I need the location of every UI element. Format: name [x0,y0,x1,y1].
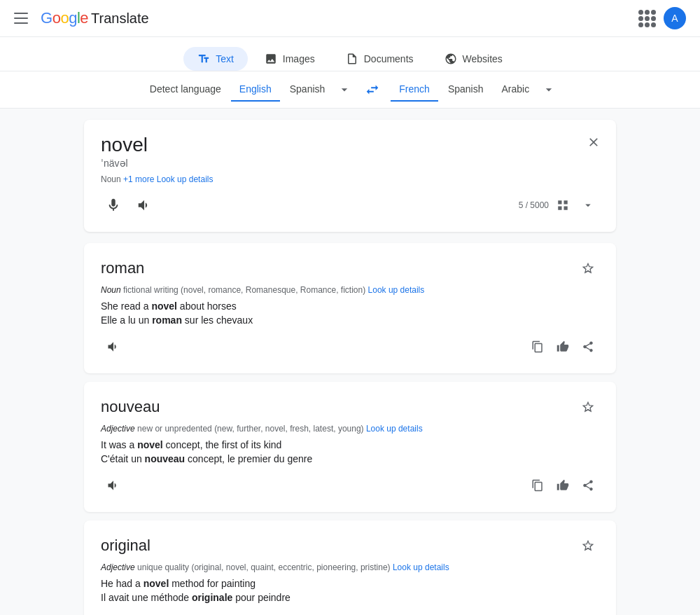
websites-icon [444,53,457,65]
trans-actions-roman [101,334,599,359]
expand-button[interactable] [577,194,599,216]
tab-images[interactable]: Images [251,47,329,71]
share-nouveau-btn[interactable] [577,474,599,497]
tab-text-label: Text [216,53,234,64]
volume-nouveau-icon [106,478,120,492]
tab-websites-label: Websites [463,53,503,64]
tab-documents[interactable]: Documents [332,47,428,71]
save-original-btn[interactable] [577,534,599,557]
source-spanish-btn[interactable]: Spanish [281,78,334,102]
target-more-btn[interactable] [539,80,559,99]
grid-layout-icon [556,199,569,212]
trans-actions-original [101,611,599,615]
volume-button[interactable] [132,193,157,218]
input-meta: Noun +1 more Look up details [101,174,599,184]
trans-meta-nouveau: Adjective new or unpredented (new, furth… [101,424,599,434]
audio-buttons [101,193,157,218]
copy-nouveau-btn[interactable] [526,474,549,497]
logo: Google Translate [41,9,149,27]
star-icon [581,539,595,553]
trans-meta-original: Adjective unique quality (original, nove… [101,562,599,572]
copy-roman-btn[interactable] [526,336,549,358]
save-nouveau-btn[interactable] [577,396,599,418]
look-up-roman[interactable]: Look up details [368,285,425,295]
tab-text[interactable]: Text [183,47,248,71]
header-left: Google Translate [14,9,149,27]
star-icon [581,400,595,414]
close-icon [587,135,601,149]
translation-card-nouveau: nouveau Adjective new or unpredented (ne… [84,382,616,512]
layout-button[interactable] [552,194,574,216]
example-target-roman: Elle a lu un roman sur les chevaux [101,315,599,326]
source-language-group: Detect language English Spanish [141,78,354,102]
avatar[interactable]: A [664,7,686,29]
input-pos: Noun [101,174,121,184]
volume-icon [136,198,152,213]
look-up-original[interactable]: Look up details [393,562,449,572]
mode-tabs: Text Images Documents Websites [0,37,700,71]
example-source-roman: She read a novel about horses [101,300,599,312]
chevron-down-icon [337,83,351,97]
trans-word-original: original [101,537,150,555]
trans-right-actions-nouveau [526,474,599,497]
thumbs-up-icon [556,340,569,353]
mic-button[interactable] [101,193,126,218]
images-icon [265,53,277,65]
source-english-btn[interactable]: English [231,78,280,102]
tab-documents-label: Documents [364,53,414,64]
header-right: A [638,7,686,29]
input-phonetic: ˈnävəl [101,158,599,169]
target-french-btn[interactable]: French [391,78,438,102]
trans-header-nouveau: nouveau [101,396,599,418]
detect-language-btn[interactable]: Detect language [141,78,230,102]
rate-roman-btn[interactable] [552,336,574,358]
tab-websites[interactable]: Websites [430,47,517,71]
copy-icon [531,479,544,492]
app-title: Translate [91,11,149,27]
mic-icon [106,198,121,213]
apps-icon[interactable] [638,10,655,27]
expand-icon [582,199,594,212]
share-icon [582,340,594,353]
share-roman-btn[interactable] [577,336,599,358]
text-icon [197,53,210,65]
char-count: 5 / 5000 [519,194,599,216]
look-up-nouveau[interactable]: Look up details [366,424,423,434]
rate-nouveau-btn[interactable] [552,474,574,497]
look-up-link[interactable]: Look up details [157,174,214,184]
swap-languages-btn[interactable] [360,77,385,102]
listen-roman-btn[interactable] [101,334,126,359]
trans-right-actions-roman [526,336,599,358]
translation-card-original: original Adjective unique quality (origi… [84,520,616,615]
example-target-nouveau: C'était un nouveau concept, le premier d… [101,453,599,464]
mode-tabs-container: Text Images Documents Websites [0,37,700,71]
example-source-original: He had a novel method for painting [101,578,599,589]
trans-meta-roman: Noun fictional writing (novel, romance, … [101,285,599,295]
input-more-count: +1 more [123,174,154,184]
target-spanish-btn[interactable]: Spanish [440,78,492,102]
language-bar: Detect language English Spanish French S… [0,71,700,109]
input-actions: 5 / 5000 [101,193,599,218]
target-language-group: French Spanish Arabic [391,78,559,102]
trans-header-original: original [101,534,599,557]
copy-icon [531,340,544,353]
main-content: novel ˈnävəl Noun +1 more Look up detail… [70,109,630,615]
save-roman-btn[interactable] [577,257,599,279]
source-more-btn[interactable] [335,80,354,99]
trans-header-roman: roman [101,257,599,279]
volume-roman-icon [106,340,120,354]
thumbs-up-icon [556,479,569,492]
share-icon [582,479,594,492]
swap-icon [365,82,380,97]
trans-actions-nouveau [101,473,599,498]
listen-nouveau-btn[interactable] [101,473,126,498]
documents-icon [346,53,358,65]
example-source-nouveau: It was a novel concept, the first of its… [101,439,599,450]
listen-original-btn[interactable] [101,611,126,615]
header: Google Translate A [0,0,700,37]
clear-button[interactable] [584,132,603,152]
hamburger-icon[interactable] [14,10,31,27]
target-arabic-btn[interactable]: Arabic [493,78,538,102]
translation-card-roman: roman Noun fictional writing (novel, rom… [84,243,616,373]
input-card: novel ˈnävəl Noun +1 more Look up detail… [84,120,616,232]
